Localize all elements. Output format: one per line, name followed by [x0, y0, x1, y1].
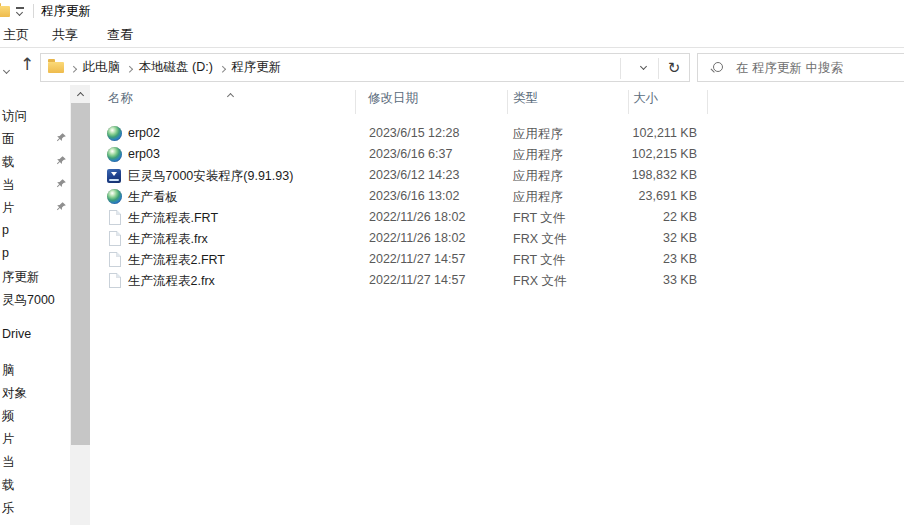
document-icon	[109, 210, 121, 225]
column-header-name[interactable]: 名称	[108, 90, 353, 114]
address-bar[interactable]: 此电脑本地磁盘 (D:)程序更新 ↻	[40, 53, 690, 82]
nav-item[interactable]: 当	[0, 453, 70, 471]
nav-item-label: 灵鸟7000	[2, 292, 55, 309]
address-dropdown-chevron[interactable]	[629, 54, 658, 81]
explorer-window: 程序更新 主页 共享 查看 ↑ 此电脑本地磁盘 (D:)程序更新 ↻ 访问面载当…	[0, 0, 904, 525]
ribbon-tab-bar: 主页 共享 查看	[0, 22, 904, 47]
refresh-button[interactable]: ↻	[658, 54, 690, 81]
up-button[interactable]: ↑	[17, 50, 37, 78]
file-row[interactable]: erp032023/6/16 6:37应用程序102,215 KB	[90, 144, 710, 165]
scrollbar-thumb[interactable]	[71, 103, 90, 445]
nav-item-label: 载	[2, 154, 15, 171]
file-type: FRX 文件	[513, 231, 566, 248]
nav-item[interactable]: 脑	[0, 361, 70, 379]
column-separator[interactable]	[628, 90, 629, 114]
chevron-right-icon[interactable]	[127, 61, 132, 75]
nav-item[interactable]: 灵鸟7000	[0, 291, 70, 309]
file-size: 102,215 KB	[628, 147, 697, 161]
folder-icon	[48, 62, 64, 73]
nav-item-label: 频	[2, 408, 15, 425]
nav-item-label: 片	[2, 431, 15, 448]
nav-item[interactable]: 对象	[0, 384, 70, 402]
nav-item-label: 访问	[2, 108, 27, 125]
file-type: 应用程序	[513, 126, 563, 143]
column-header-date[interactable]: 修改日期	[368, 90, 503, 114]
file-date: 2022/11/27 14:57	[369, 273, 465, 287]
file-row[interactable]: 生产流程表.FRT2022/11/26 18:02FRT 文件22 KB	[90, 207, 710, 228]
file-size: 33 KB	[628, 273, 697, 287]
file-size: 102,211 KB	[628, 126, 697, 140]
nav-item[interactable]: 片	[0, 430, 70, 448]
nav-item-label: 面	[2, 131, 15, 148]
nav-scrollbar[interactable]	[70, 85, 91, 525]
nav-item[interactable]: 载	[0, 153, 70, 171]
file-type: 应用程序	[513, 168, 563, 185]
file-row[interactable]: 生产流程表2.frx2022/11/27 14:57FRX 文件33 KB	[90, 270, 710, 291]
qat-dropdown-button[interactable]	[14, 4, 27, 18]
column-header-size[interactable]: 大小	[633, 90, 703, 114]
file-name: 生产看板	[128, 189, 178, 206]
chevron-down-icon	[16, 9, 23, 16]
chevron-right-icon[interactable]	[71, 61, 76, 75]
ribbon-tab-view[interactable]: 查看	[107, 26, 133, 44]
file-type: 应用程序	[513, 189, 563, 206]
file-name: 生产流程表2.frx	[128, 273, 215, 290]
folder-icon	[0, 6, 10, 17]
column-separator[interactable]	[355, 90, 356, 114]
chevron-right-icon[interactable]	[220, 61, 225, 75]
scroll-up-button[interactable]	[70, 85, 91, 103]
file-type: 应用程序	[513, 147, 563, 164]
document-icon	[109, 273, 121, 288]
nav-item[interactable]: Drive	[0, 326, 70, 344]
file-size: 23,691 KB	[628, 189, 697, 203]
pin-icon	[56, 201, 67, 215]
nav-item[interactable]: 片	[0, 199, 70, 217]
column-separator[interactable]	[707, 90, 708, 114]
nav-item[interactable]: 频	[0, 407, 70, 425]
app-sphere-icon	[107, 147, 122, 162]
file-date: 2022/11/27 14:57	[369, 252, 465, 266]
nav-item[interactable]: 面	[0, 130, 70, 148]
file-name: 生产流程表2.FRT	[128, 252, 225, 269]
breadcrumb-item[interactable]: 本地磁盘 (D:)	[139, 59, 213, 76]
file-date: 2023/6/12 14:23	[369, 168, 459, 182]
nav-item[interactable]: 序更新	[0, 268, 70, 286]
window-title: 程序更新	[41, 3, 91, 20]
file-date: 2022/11/26 18:02	[369, 231, 465, 245]
nav-item-label: p	[2, 223, 9, 237]
file-size: 32 KB	[628, 231, 697, 245]
breadcrumb-item[interactable]: 程序更新	[231, 59, 281, 76]
ribbon-tab-share[interactable]: 共享	[52, 26, 78, 44]
recent-locations-chevron[interactable]	[4, 62, 9, 76]
nav-item[interactable]: p	[0, 222, 70, 240]
nav-item-label: Drive	[2, 327, 31, 341]
file-row[interactable]: 生产流程表.frx2022/11/26 18:02FRX 文件32 KB	[90, 228, 710, 249]
qat-bar	[16, 7, 24, 9]
file-row[interactable]: 生产看板2023/6/16 13:02应用程序23,691 KB	[90, 186, 710, 207]
breadcrumb: 此电脑本地磁盘 (D:)程序更新	[64, 59, 281, 76]
titlebar-separator	[33, 4, 34, 18]
breadcrumb-item[interactable]: 此电脑	[83, 59, 121, 76]
column-header-type[interactable]: 类型	[513, 90, 613, 114]
file-date: 2023/6/16 13:02	[369, 189, 459, 203]
installer-icon	[107, 169, 121, 183]
file-type: FRT 文件	[513, 252, 565, 269]
nav-item[interactable]: 访问	[0, 107, 70, 125]
column-separator[interactable]	[507, 90, 508, 114]
file-row[interactable]: erp022023/6/15 12:28应用程序102,211 KB	[90, 123, 710, 144]
file-row[interactable]: 生产流程表2.FRT2022/11/27 14:57FRT 文件23 KB	[90, 249, 710, 270]
file-name: 生产流程表.frx	[128, 231, 208, 248]
nav-item[interactable]: 乐	[0, 499, 70, 517]
nav-item[interactable]: 载	[0, 476, 70, 494]
nav-item[interactable]: p	[0, 245, 70, 263]
nav-item-label: 当	[2, 177, 15, 194]
file-size: 23 KB	[628, 252, 697, 266]
file-row[interactable]: 巨灵鸟7000安装程序(9.91.93)2023/6/12 14:23应用程序1…	[90, 165, 710, 186]
search-input[interactable]	[698, 54, 904, 81]
file-type: FRT 文件	[513, 210, 565, 227]
file-date: 2022/11/26 18:02	[369, 210, 465, 224]
file-size: 198,832 KB	[628, 168, 697, 182]
ribbon-tab-home[interactable]: 主页	[3, 26, 29, 44]
pin-icon	[56, 178, 67, 192]
nav-item[interactable]: 当	[0, 176, 70, 194]
